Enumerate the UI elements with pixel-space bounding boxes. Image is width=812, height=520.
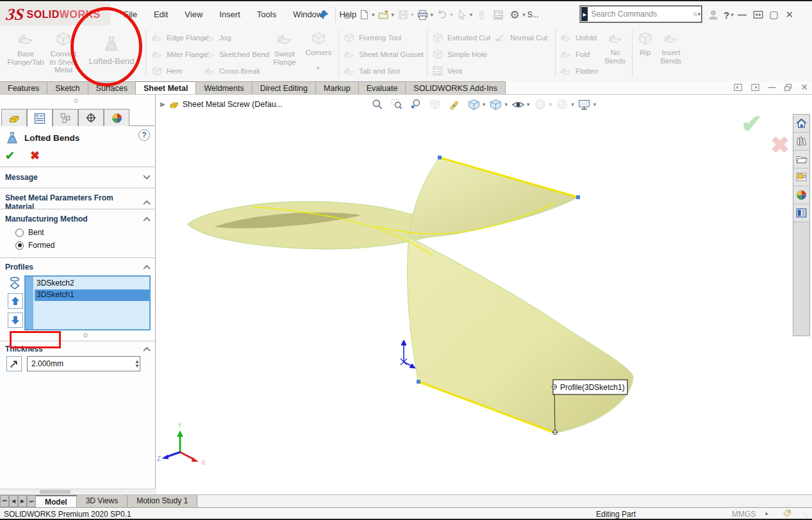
prev-tab-button[interactable]: ◀ [9, 495, 18, 507]
section-view-icon[interactable] [427, 97, 443, 112]
open-dropdown[interactable]: ▾ [392, 12, 395, 18]
menu-insert[interactable]: Insert [211, 7, 249, 22]
tab-and-slot-button[interactable]: Tab and Slot [344, 64, 400, 78]
cross-break-button[interactable]: Cross-Break [204, 64, 260, 78]
rip-button[interactable]: Rip [636, 31, 655, 79]
undo-icon[interactable] [435, 8, 449, 22]
previous-view-icon[interactable] [408, 97, 424, 112]
apply-scene-dropdown[interactable]: ▾ [571, 101, 574, 108]
file-explorer-icon[interactable] [793, 150, 809, 168]
pm-cancel-button[interactable]: ✖ [30, 149, 40, 163]
user-login-icon[interactable] [706, 8, 720, 22]
select-cursor-icon[interactable] [455, 8, 469, 22]
confirmation-corner-cancel-icon[interactable]: ✖ [770, 132, 790, 159]
sheet-metal-gusset-button[interactable]: Sheet Metal Gusset [344, 47, 424, 61]
message-section-header[interactable]: Message [5, 173, 151, 182]
reverse-direction-button[interactable] [6, 356, 22, 371]
hide-show-dropdown[interactable]: ▾ [527, 101, 530, 108]
graphics-area[interactable]: Profile(3DSketch1) Y Z X ▶ Sheet Metal S… [156, 95, 812, 494]
overflow-label[interactable]: S... [527, 10, 539, 19]
tree-expand-icon[interactable]: ▶ [160, 101, 165, 108]
view-orientation-icon[interactable] [466, 97, 481, 112]
view-settings-dropdown[interactable]: ▾ [593, 101, 597, 108]
convert-to-sheet-metal-button[interactable]: Convert to Sheet Metal [47, 31, 79, 79]
forming-tool-button[interactable]: Forming Tool [344, 31, 401, 45]
vertex-marker[interactable] [438, 156, 442, 159]
options-dropdown[interactable]: ▾ [522, 12, 526, 18]
home-tab-icon[interactable] [793, 115, 809, 133]
maximize-icon[interactable]: ▢ [766, 9, 782, 20]
search-commands-box[interactable]: ▸ ▾ [580, 6, 702, 22]
menu-file[interactable]: File [115, 7, 145, 22]
thickness-field[interactable]: ▲▼ [27, 356, 140, 371]
model-lofted-bend[interactable]: Profile(3DSketch1) Y Z X [156, 95, 812, 494]
options-list-icon[interactable] [491, 8, 505, 22]
model-lower-sheet[interactable] [408, 237, 633, 433]
doc-close-icon[interactable]: ✕ [800, 82, 808, 92]
scrollbar-thumb[interactable] [40, 490, 70, 494]
corners-button[interactable]: Corners ▾ [301, 31, 336, 79]
miter-flange-button[interactable]: Miter Flange [151, 47, 208, 61]
doc-restore-icon[interactable] [783, 83, 793, 92]
profile-list-item[interactable]: 3DSketch2 [35, 278, 149, 289]
menu-edit[interactable]: Edit [145, 7, 176, 22]
collapse-pane-right-icon[interactable] [750, 83, 760, 92]
minimize-icon[interactable]: — [734, 10, 750, 20]
manufacturing-method-section-header[interactable]: Manufacturing Method [5, 215, 151, 223]
view-settings-icon[interactable] [577, 97, 592, 112]
edge-flange-button[interactable]: Edge Flange [151, 31, 208, 45]
save-icon[interactable] [396, 8, 410, 22]
print-icon[interactable] [416, 8, 430, 22]
span-displays-icon[interactable] [751, 8, 765, 22]
pm-help-icon[interactable]: ? [138, 129, 150, 141]
simple-hole-button[interactable]: Simple Hole [432, 47, 487, 61]
pin-menu-icon[interactable] [317, 8, 331, 22]
profiles-section-header[interactable]: Profiles [5, 263, 151, 272]
search-input[interactable] [588, 10, 693, 19]
last-tab-button[interactable]: ⏭ [27, 495, 36, 507]
display-style-dropdown[interactable]: ▾ [505, 101, 508, 108]
appearances-scenes-icon[interactable] [793, 186, 809, 204]
confirmation-corner-ok-icon[interactable]: ✔ [741, 109, 763, 138]
help-icon[interactable]: ? [724, 10, 729, 20]
no-bends-button[interactable]: No Bends [601, 31, 629, 79]
custom-properties-icon[interactable] [793, 204, 809, 222]
tab-3d-views[interactable]: 3D Views [77, 495, 128, 507]
zoom-area-icon[interactable] [389, 97, 404, 112]
profile-list-item-selected[interactable]: 3DSketch1 [35, 289, 149, 301]
design-library-icon[interactable] [793, 133, 809, 150]
tab-markup[interactable]: Markup [316, 81, 359, 94]
sketched-bend-button[interactable]: Sketched Bend [204, 47, 269, 61]
gear-options-icon[interactable]: ⚙ [508, 8, 522, 22]
radio-bent[interactable]: Bent [15, 228, 44, 237]
first-tab-button[interactable]: ⏮ [0, 495, 9, 507]
menu-view[interactable]: View [176, 7, 211, 22]
listbox-resize-grip[interactable] [83, 333, 88, 337]
move-profile-up-button[interactable] [8, 293, 23, 309]
search-dropdown[interactable]: ▾ [697, 11, 700, 17]
tag-icon[interactable] [782, 508, 792, 519]
extruded-cut-button[interactable]: Extruded Cut [432, 31, 490, 45]
unfold-button[interactable]: Unfold [560, 31, 597, 45]
move-profile-down-button[interactable] [8, 313, 23, 328]
display-style-icon[interactable] [488, 97, 504, 112]
feature-tree-flyout[interactable]: ▶ Sheet Metal Screw (Defau... [160, 99, 283, 110]
propertymanager-tab[interactable] [27, 109, 53, 127]
dimxpertmanager-tab[interactable] [78, 109, 104, 126]
resize-grip[interactable]: ⋱ [802, 512, 808, 518]
tab-sketch[interactable]: Sketch [47, 81, 88, 94]
lofted-bend-button[interactable]: Lofted-Bend [82, 31, 141, 79]
select-dropdown[interactable]: ▾ [470, 12, 473, 18]
vent-button[interactable]: Vent [432, 64, 462, 78]
profiles-listbox[interactable]: 3DSketch2 3DSketch1 [24, 275, 151, 330]
new-document-dropdown[interactable]: ▾ [372, 12, 375, 18]
tab-weldments[interactable]: Weldments [196, 81, 252, 94]
corners-dropdown[interactable]: ▾ [317, 65, 320, 71]
hide-show-items-icon[interactable] [510, 97, 526, 112]
displaymanager-tab[interactable] [104, 109, 129, 126]
flatten-button[interactable]: Flatten [560, 64, 598, 78]
tab-evaluate[interactable]: Evaluate [359, 81, 406, 94]
menu-tools[interactable]: Tools [249, 7, 285, 22]
view-orientation-dropdown[interactable]: ▾ [483, 101, 486, 108]
tab-motion-study[interactable]: Motion Study 1 [128, 495, 197, 507]
